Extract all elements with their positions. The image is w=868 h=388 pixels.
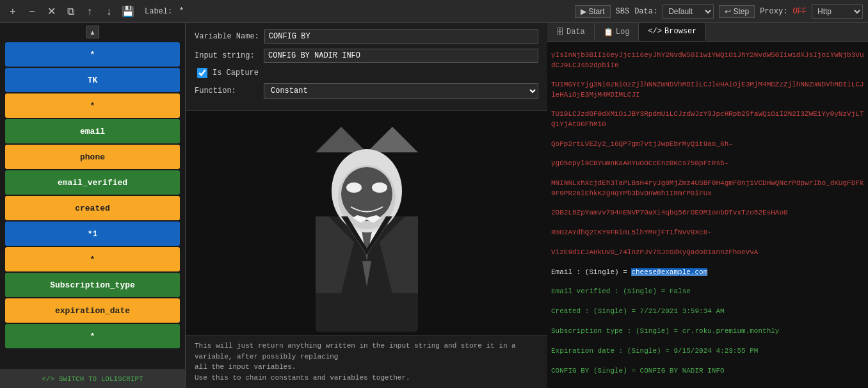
input-string-input[interactable] [264,49,538,63]
variable-name-label: Variable Name: [195,32,259,41]
log-line-18: VizE9d1CJAHkUvG_74lnzPJv7SJcGdKyQadoD1an… [551,248,864,257]
node-node-email[interactable]: email [5,119,180,143]
description-line1: This will just return anything written i… [195,342,516,360]
input-string-row: Input string: [195,49,538,63]
switch-script-button[interactable]: </> SWITCH TO LOLISCRIPT [0,369,185,388]
function-select[interactable]: Constant [264,83,538,99]
minus-button[interactable]: − [24,4,40,19]
log-line-17: RmO2AYdhQ2tKY9FRimL5lhYMHjFT1fNvV9Xc8- [551,228,864,238]
main-layout: ▲ *TK*emailphoneemail_verifiedcreated*1*… [0,23,868,388]
label-text: Label: [145,7,172,16]
description-line2: all the input variables. [195,363,296,371]
tab-data[interactable]: 🗄 Data [547,23,595,41]
label-value: * [179,6,184,17]
log-line-11: TU1MGYtYjg3Ni0zNi0zZjlhNNZmNDVhMDIiLCJle… [551,80,864,100]
log-line-12: TU19LCJzdGF0dXMiOiJBY3RpdmUiLCJzdWJzY3Jp… [551,109,864,129]
preview-area [186,111,547,335]
log-line-13: QoPp2rtLVEZy2_i6QP7gm7vtjJwpEbrMyQ1t9ao_… [551,140,864,149]
scroll-up-btn[interactable]: ▲ [86,26,99,38]
log-line-15: MNINNLxhXcjdEh3TaPLBsH4ryJg8MjZmz4USBF0H… [551,179,864,198]
svg-point-10 [372,182,387,193]
log-output: NHCiLCJ0eXAiOiJKVlQifQ.eyJnbm9ueW1vdXNfa… [547,42,868,388]
middle-panel: Variable Name: Input string: Is Capture … [186,23,547,388]
default-select[interactable]: Default [663,4,714,19]
http-select[interactable]: Http [812,4,863,19]
node-node-asterisk2[interactable]: * [5,93,180,118]
add-button[interactable]: + [5,4,20,19]
close-button[interactable]: ✕ [44,4,59,19]
node-node-tk[interactable]: TK [5,68,180,92]
description-area: This will just return anything written i… [186,335,547,388]
left-panel: ▲ *TK*emailphoneemail_verifiedcreated*1*… [0,23,186,388]
log-line-16: 2OB2L6ZpYamvv704nENVP70aXi4qbq56rOEOM1on… [551,208,864,218]
data-label: Data: [634,7,657,16]
node-node-created[interactable]: created [5,196,180,220]
scroll-controls: ▲ [0,23,185,41]
tab-browser[interactable]: </> Browser [639,23,706,41]
right-panel: 🗄 Data 📋 Log </> Browser NHCiLCJ0eXAiOiJ… [547,23,868,388]
node-node-asterisk3[interactable]: *1 [5,222,180,246]
log-icon: 📋 [604,28,613,37]
node-node-email-verified[interactable]: email_verified [5,170,180,195]
toolbar: + − ✕ ⧉ ↑ ↓ 💾 Label: * ▶ Start SBS Data:… [0,0,868,23]
config-section: Variable Name: Input string: Is Capture … [186,23,547,111]
down-button[interactable]: ↓ [101,4,117,19]
log-line-24: CONFIG BY (Single) = CONFIG BY NADIR INF… [551,366,864,376]
function-label: Function: [195,86,259,95]
browser-icon: </> [648,27,662,36]
node-node-phone[interactable]: phone [5,145,180,169]
function-row: Function: Constant [195,83,538,99]
log-line-19: Email : (Single) = cheese@example.com [551,268,864,277]
log-line-21: Created : (Single) = 7/21/2021 3:59:34 A… [551,307,864,316]
right-tabs: 🗄 Data 📋 Log </> Browser [547,23,868,42]
node-node-expiration-date[interactable]: expiration_date [5,298,180,323]
svg-marker-0 [316,127,367,152]
log-line-23: Expiration date : (Single) = 9/15/2024 4… [551,346,864,356]
node-list: *TK*emailphoneemail_verifiedcreated*1*Su… [0,41,185,369]
node-node-subscription-type[interactable]: Subscription_type [5,273,180,297]
log-line-14: ygO5epyl9CBYumnKaAHYuOOCcEnzBKcs75BpFtRs… [551,159,864,168]
is-capture-checkbox[interactable] [197,68,207,78]
log-line-22: Subscription type : (Single) = cr.roku.p… [551,327,864,336]
log-line-10: yIsInNjb3BlIi6eyJjcii6eyJhY2NvdW50IiwiYW… [551,51,864,70]
save-button[interactable]: 💾 [120,4,136,19]
input-string-label: Input string: [195,51,259,60]
svg-point-8 [341,167,392,221]
toolbar-right: ▶ Start SBS Data: Default ↩ Step Proxy: … [575,4,863,19]
node-node-asterisk4[interactable]: * [5,247,180,271]
sbs-label: SBS [616,7,630,16]
up-button[interactable]: ↑ [82,4,97,19]
step-button[interactable]: ↩ Step [719,5,755,18]
proxy-toggle: OFF [792,7,807,16]
variable-name-row: Variable Name: [195,29,538,44]
log-line-20: Email verified : (Single) = False [551,287,864,296]
description-line3: Use this to chain constants and variable… [195,374,410,382]
is-capture-label: Is Capture [213,69,259,77]
data-icon: 🗄 [556,28,564,37]
proxy-label: Proxy: [760,7,787,16]
node-node-asterisk-top[interactable]: * [5,42,180,67]
svg-marker-1 [367,127,418,152]
tab-log[interactable]: 📋 Log [595,23,639,41]
node-node-asterisk5[interactable]: * [5,324,180,348]
is-capture-row: Is Capture [195,68,538,78]
start-button[interactable]: ▶ Start [575,5,611,18]
svg-point-9 [346,182,362,193]
copy-button[interactable]: ⧉ [63,4,78,19]
anon-figure [277,114,456,332]
variable-name-input[interactable] [264,29,538,44]
